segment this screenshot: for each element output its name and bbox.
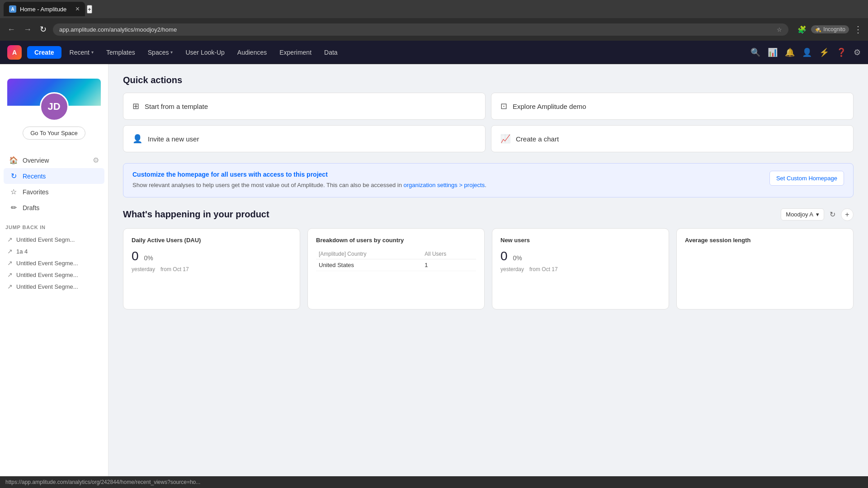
sidebar-settings-icon[interactable]: ⚙ bbox=[93, 156, 104, 164]
chevron-down-icon: ▾ bbox=[170, 50, 173, 55]
jump-item-1[interactable]: ↗ 1a 4 bbox=[5, 245, 103, 257]
close-tab-button[interactable]: × bbox=[75, 5, 80, 13]
reload-button[interactable]: ↻ bbox=[38, 23, 48, 36]
nav-icons: 🔍 📊 🔔 👤 ⚡ ❓ ⚙ bbox=[750, 47, 861, 57]
go-to-space-button[interactable]: Go To Your Space bbox=[23, 127, 85, 140]
browser-actions: 🧩 🕵 Incognito ⋮ bbox=[797, 24, 863, 35]
jump-item-4[interactable]: ↗ Untitled Event Segme... bbox=[5, 281, 103, 292]
new-users-sub2: from Oct 17 bbox=[529, 266, 558, 272]
nav-item-experiment[interactable]: Experiment bbox=[275, 46, 316, 59]
bookmark-icon[interactable]: ☆ bbox=[777, 26, 782, 33]
sidebar-profile: JD Go To Your Space bbox=[0, 71, 108, 147]
sidebar-item-drafts[interactable]: ✏ Drafts bbox=[4, 200, 104, 216]
country-col-header: [Amplitude] Country bbox=[316, 249, 422, 259]
active-browser-tab[interactable]: A Home - Amplitude × bbox=[4, 2, 85, 16]
nav-item-userlookup[interactable]: User Look-Up bbox=[181, 46, 229, 59]
new-users-pct: 0% bbox=[513, 254, 522, 262]
dau-pct: 0% bbox=[144, 254, 153, 262]
quick-action-invite[interactable]: 👤 Invite a new user bbox=[123, 125, 486, 152]
add-metric-button[interactable]: + bbox=[841, 208, 854, 221]
help-icon[interactable]: ❓ bbox=[836, 47, 846, 57]
overview-row: 🏠 Overview ⚙ bbox=[4, 152, 104, 168]
chart-icon: 📈 bbox=[500, 134, 510, 144]
session-title: Average session length bbox=[685, 237, 845, 244]
nav-item-audiences[interactable]: Audiences bbox=[233, 46, 271, 59]
search-icon[interactable]: 🔍 bbox=[750, 47, 760, 57]
sidebar-item-favorites[interactable]: ☆ Favorites bbox=[4, 184, 104, 200]
sidebar-nav: 🏠 Overview ⚙ ↻ Recents ☆ Favorites ✏ Dra… bbox=[0, 150, 108, 217]
nav-item-templates[interactable]: Templates bbox=[102, 46, 140, 59]
new-tab-button[interactable]: + bbox=[87, 5, 92, 14]
bolt-icon[interactable]: ⚡ bbox=[819, 47, 829, 57]
table-row: United States 1 bbox=[316, 259, 476, 271]
sidebar-item-recents[interactable]: ↻ Recents bbox=[4, 168, 104, 184]
url-display: app.amplitude.com/analytics/moodjoy2/hom… bbox=[59, 26, 773, 33]
recents-icon: ↻ bbox=[9, 172, 18, 180]
jump-item-3[interactable]: ↗ Untitled Event Segme... bbox=[5, 269, 103, 281]
create-button[interactable]: Create bbox=[27, 46, 61, 59]
whats-happening-title: What's happening in your product bbox=[123, 209, 269, 220]
address-bar[interactable]: app.amplitude.com/analytics/moodjoy2/hom… bbox=[53, 23, 788, 36]
product-selector[interactable]: Moodjoy A ▾ bbox=[781, 208, 824, 221]
drafts-icon: ✏ bbox=[9, 203, 18, 212]
chevron-down-icon: ▾ bbox=[816, 211, 819, 218]
tab-title: Home - Amplitude bbox=[20, 6, 66, 13]
customize-text: Customize the homepage for all users wit… bbox=[132, 171, 486, 190]
new-users-sub-row: yesterday from Oct 17 bbox=[500, 266, 660, 272]
settings-icon[interactable]: ⚙ bbox=[854, 47, 861, 57]
new-users-value-row: 0 0% bbox=[500, 249, 660, 263]
app: A Create Recent ▾ Templates Spaces ▾ Use… bbox=[0, 41, 868, 488]
amplitude-logo[interactable]: A bbox=[7, 45, 22, 60]
new-users-title: New users bbox=[500, 237, 660, 244]
metric-card-country: Breakdown of users by country [Amplitude… bbox=[307, 228, 485, 310]
whats-happening-actions: Moodjoy A ▾ ↻ + bbox=[781, 208, 854, 221]
metric-card-new-users: New users 0 0% yesterday from Oct 17 bbox=[492, 228, 669, 310]
quick-action-template[interactable]: ⊞ Start from a template bbox=[123, 93, 486, 120]
invite-icon: 👤 bbox=[132, 134, 142, 144]
quick-actions-grid: ⊞ Start from a template ⊡ Explore Amplit… bbox=[123, 93, 854, 152]
metric-card-dau: Daily Active Users (DAU) 0 0% yesterday … bbox=[123, 228, 300, 310]
home-icon: 🏠 bbox=[9, 156, 18, 164]
metrics-grid: Daily Active Users (DAU) 0 0% yesterday … bbox=[123, 228, 854, 310]
jump-icon-4: ↗ bbox=[7, 283, 13, 290]
org-settings-link[interactable]: organization settings > projects bbox=[404, 182, 485, 188]
jump-item-2[interactable]: ↗ Untitled Event Segme... bbox=[5, 257, 103, 269]
avatar: JD bbox=[40, 92, 69, 121]
more-menu-icon[interactable]: ⋮ bbox=[854, 24, 863, 35]
quick-action-chart[interactable]: 📈 Create a chart bbox=[491, 125, 854, 152]
template-icon: ⊞ bbox=[132, 101, 139, 111]
analytics-icon[interactable]: 📊 bbox=[768, 47, 778, 57]
refresh-button[interactable]: ↻ bbox=[828, 208, 837, 221]
forward-button[interactable]: → bbox=[22, 23, 33, 36]
favorites-icon: ☆ bbox=[9, 188, 18, 196]
dau-value-row: 0 0% bbox=[132, 249, 292, 263]
extensions-icon[interactable]: 🧩 bbox=[797, 25, 807, 34]
sidebar-item-overview[interactable]: 🏠 Overview bbox=[4, 152, 93, 168]
dau-value: 0 bbox=[132, 249, 139, 263]
nav-item-recent[interactable]: Recent ▾ bbox=[65, 46, 98, 59]
tab-favicon: A bbox=[9, 5, 16, 13]
set-custom-homepage-button[interactable]: Set Custom Homepage bbox=[769, 171, 844, 186]
count-cell: 1 bbox=[422, 259, 476, 271]
new-users-value: 0 bbox=[500, 249, 508, 263]
top-nav: A Create Recent ▾ Templates Spaces ▾ Use… bbox=[0, 41, 868, 64]
jump-back-section: JUMP BACK IN ↗ Untitled Event Segm... ↗ … bbox=[0, 217, 108, 296]
notifications-icon[interactable]: 🔔 bbox=[785, 47, 795, 57]
chevron-down-icon: ▾ bbox=[91, 50, 94, 55]
customize-heading: Customize the homepage for all users wit… bbox=[132, 171, 486, 178]
jump-icon-2: ↗ bbox=[7, 259, 13, 267]
back-button[interactable]: ← bbox=[5, 23, 17, 36]
quick-action-demo[interactable]: ⊡ Explore Amplitude demo bbox=[491, 93, 854, 120]
nav-item-spaces[interactable]: Spaces ▾ bbox=[143, 46, 178, 59]
nav-item-data[interactable]: Data bbox=[320, 46, 342, 59]
country-title: Breakdown of users by country bbox=[316, 237, 476, 244]
dau-sub1: yesterday bbox=[132, 266, 155, 272]
quick-actions-title: Quick actions bbox=[123, 75, 854, 85]
jump-icon-3: ↗ bbox=[7, 271, 13, 278]
whats-happening-header: What's happening in your product Moodjoy… bbox=[123, 208, 854, 221]
country-table: [Amplitude] Country All Users United Sta… bbox=[316, 249, 476, 271]
dau-sub-row: yesterday from Oct 17 bbox=[132, 266, 292, 272]
profile-icon[interactable]: 👤 bbox=[802, 47, 812, 57]
jump-item-0[interactable]: ↗ Untitled Event Segm... bbox=[5, 234, 103, 245]
customize-description: Show relevant analyses to help users get… bbox=[132, 181, 486, 190]
